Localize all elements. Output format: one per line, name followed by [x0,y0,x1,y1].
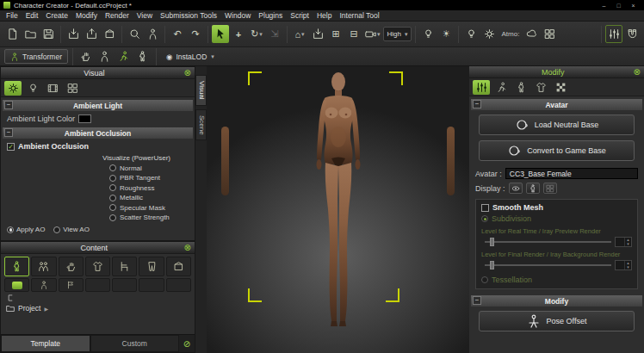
display-settings-button[interactable] [605,25,622,43]
subcategory-project[interactable] [4,278,29,292]
subcategory-empty[interactable] [166,278,191,292]
menu-internal-tool[interactable]: Internal Tool [339,11,379,20]
category-cloth[interactable] [85,257,110,276]
radio-icon[interactable] [109,195,116,201]
content-filter-icon[interactable]: ⊘ [179,339,195,349]
instalod-button[interactable]: ◉ InstaLOD ▾ [161,49,220,64]
viewport-3d[interactable] [207,66,469,353]
search-content-button[interactable] [126,25,143,43]
tab-material[interactable] [552,80,569,95]
frame-selected-button[interactable] [309,25,326,43]
redo-button[interactable]: ↷ [187,25,204,43]
category-skin[interactable] [59,257,84,276]
visualize-option-scatter-strength[interactable]: Scatter Strength [109,214,195,221]
level-realtime-slider[interactable] [485,241,611,243]
menu-edit[interactable]: Edit [26,11,39,20]
preview-light-button[interactable] [419,25,437,43]
menu-script[interactable]: Script [290,11,309,20]
subcategory-empty[interactable] [112,278,137,292]
tab-custom[interactable]: Custom [90,335,180,352]
smooth-mesh-checkbox[interactable] [481,204,489,212]
display-body-button[interactable] [526,183,540,194]
tab-cloth[interactable] [532,80,549,95]
modify-panel-close-icon[interactable]: ⊗ [634,68,641,77]
category-avatar[interactable] [4,257,29,276]
tab-animation[interactable] [492,80,510,95]
slider-knob[interactable] [490,261,494,269]
category-accessory[interactable] [166,257,191,276]
tab-attribute[interactable] [473,80,490,95]
menu-render[interactable]: Render [105,11,129,20]
tab-render-style[interactable] [24,81,41,96]
character-pose-button[interactable] [115,47,133,65]
view-ao-option[interactable]: View AO [53,226,90,233]
subdivision-radio[interactable] [481,215,488,222]
collapse-button[interactable]: − [473,296,481,305]
radio-icon[interactable] [109,214,116,221]
render-settings-button[interactable] [480,25,498,43]
spinner-arrows[interactable]: ▴▾ [624,238,631,246]
category-character[interactable] [31,257,56,276]
zoom-out-button[interactable]: ⊟ [345,25,362,43]
menu-submission-tools[interactable]: Submission Tools [160,11,217,20]
visualize-option-pbr-tangent[interactable]: PBR Tangent [109,174,195,182]
tab-display-settings[interactable] [4,81,22,96]
subcategory-empty[interactable] [85,278,110,292]
zoom-in-button[interactable]: ⊞ [327,25,344,43]
apply-ao-radio[interactable] [7,226,14,233]
category-pants[interactable] [139,257,164,276]
level-final-slider[interactable] [485,264,611,266]
transformer-button[interactable]: Transformer [4,49,68,64]
content-panel-close-icon[interactable]: ⊗ [184,244,191,252]
scale-tool-button[interactable]: ⇲ [266,25,283,43]
menu-plugins[interactable]: Plugins [258,11,282,20]
proportion-button[interactable] [134,47,152,65]
atmo-fog-button[interactable] [541,25,558,43]
save-project-button[interactable] [40,25,57,43]
back-bracket-icon[interactable] [6,294,15,302]
atmo-sky-button[interactable] [523,25,540,43]
avatar-name-field[interactable]: CC3_Base Female [505,168,638,179]
level-realtime-spinner[interactable]: ▴▾ [615,237,632,247]
apply-ao-option[interactable]: Apply AO [7,226,45,233]
display-visibility-button[interactable] [509,183,523,194]
category-furniture[interactable] [112,257,137,276]
menu-help[interactable]: Help [317,11,331,20]
tab-grid-settings[interactable] [64,81,81,96]
menu-view[interactable]: View [137,11,152,20]
camera-view-button[interactable]: ▾ [363,25,382,43]
radio-icon[interactable] [109,164,116,171]
select-tool-button[interactable] [212,25,229,43]
visualize-option-normal[interactable]: Normal [109,164,195,172]
side-tab-visual[interactable]: Visual [195,75,207,106]
collapse-button[interactable]: − [4,101,13,109]
subcategory-empty[interactable] [139,278,164,292]
radio-icon[interactable] [109,175,116,182]
menu-modify[interactable]: Modify [76,11,97,20]
display-more-button[interactable] [543,183,557,194]
radio-icon[interactable] [109,204,116,211]
edit-pose-button[interactable] [96,47,114,65]
snap-button[interactable] [623,25,641,43]
export-button[interactable] [83,25,100,43]
spin-down-icon[interactable]: ▾ [625,265,631,269]
menu-file[interactable]: File [6,11,18,20]
visualize-option-metallic[interactable]: Metallic [109,194,195,201]
load-neutral-base-button[interactable]: Load Neutral Base [479,115,635,135]
level-final-spinner[interactable]: ▴▾ [615,260,632,270]
import-button[interactable] [65,25,82,43]
radio-icon[interactable] [109,184,116,191]
view-ao-radio[interactable] [53,226,60,233]
edit-mesh-button[interactable] [77,47,95,65]
menu-window[interactable]: Window [225,11,251,20]
minimize-button[interactable]: – [597,0,611,10]
visual-panel-close-icon[interactable]: ⊗ [184,69,191,77]
character-model[interactable] [282,70,394,328]
subcategory-figure[interactable] [31,278,56,292]
tab-camera-filter[interactable] [44,81,61,96]
character-browser-button[interactable] [144,25,161,43]
tab-morph[interactable] [512,80,529,95]
ambient-occlusion-checkbox[interactable]: ✓ [7,143,15,151]
pose-offset-button[interactable]: Pose Offset [479,311,635,331]
visualize-option-specular-mask[interactable]: Specular Mask [109,204,195,212]
